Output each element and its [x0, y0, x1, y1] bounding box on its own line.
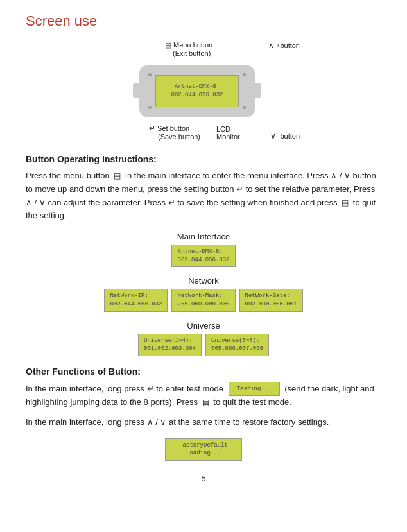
main-interface-lcd: Artnet-DMX-8: 002.044.056.032	[171, 245, 235, 267]
main-interface-section: Main Interface Artnet-DMX-8: 002.044.056…	[26, 232, 381, 267]
network-label: Network	[26, 276, 381, 286]
network-ip-box: NetWork-IP: 002.044.056.032	[104, 289, 168, 311]
factory-default-lcd: FactoryDefault Loading...	[165, 438, 242, 461]
universe-label: Universe	[26, 321, 381, 330]
universe-lcd-row: Universe(1~4): 001.002.003.004 Universe(…	[26, 334, 381, 356]
network-section: Network NetWork-IP: 002.044.056.032 NetW…	[26, 276, 381, 311]
universe-5-8-box: Universe(5~8): 005.006.007.008	[205, 334, 269, 356]
main-interface-label: Main Interface	[26, 232, 381, 241]
menu-icon-inline2: ▤	[342, 198, 349, 207]
device-body: Artnet-DMX-8: 002.044.056.032	[139, 65, 255, 117]
other-functions-text1: In the main interface, long press ↵ to e…	[26, 382, 381, 409]
button-instructions-title: Button Operating Instructions:	[26, 154, 381, 164]
network-mask-box: NetWork-Mask: 255.000.000.000	[171, 289, 235, 311]
universe-1-4-box: Universe(1~4): 001.002.003.004	[138, 334, 202, 356]
menu-button-label: ▤ Menu button (Exit button)	[165, 41, 212, 57]
network-lcd-row: NetWork-IP: 002.044.056.032 NetWork-Mask…	[26, 289, 381, 311]
page-title: Screen use	[26, 13, 381, 30]
universe-section: Universe Universe(1~4): 001.002.003.004 …	[26, 321, 381, 356]
menu-icon: ▤	[165, 41, 171, 49]
other-functions-title: Other Functions of Button:	[26, 366, 381, 377]
device-diagram: ▤ Menu button (Exit button) ∧ +button Ar…	[26, 41, 381, 144]
button-instructions-text: Press the menu button ▤ in the main inte…	[26, 169, 381, 223]
set-button-label: ↵ Set button (Save button)	[149, 124, 200, 141]
factory-default-section: FactoryDefault Loading...	[26, 438, 381, 461]
page-number: 5	[26, 474, 381, 483]
lcd-label: LCD Monitor	[216, 125, 240, 141]
other-functions-text2: In the main interface, long press ∧ / ∨ …	[26, 416, 381, 429]
testing-lcd-box: Testing...	[229, 382, 280, 396]
minus-button-label: ∨ -button	[270, 132, 300, 141]
menu-icon-inline3: ▤	[202, 398, 209, 407]
plus-button-label: ∧ +button	[268, 41, 300, 50]
menu-icon-inline: ▤	[114, 171, 121, 180]
diagram-lcd: Artnet-DMX-8: 002.044.056.032	[155, 75, 239, 107]
network-gate-box: NetWork-Gate: 002.000.000.001	[239, 289, 303, 311]
